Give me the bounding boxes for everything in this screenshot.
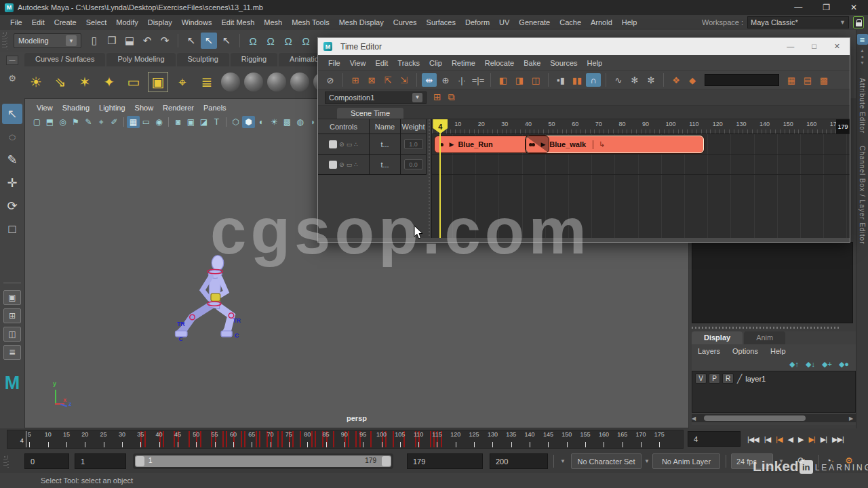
track-checkbox[interactable] (329, 140, 337, 148)
shaded-icon[interactable]: ⬢ (242, 116, 255, 128)
menu-help[interactable]: Help (617, 16, 642, 28)
grid-icon[interactable]: ▦ (127, 116, 140, 128)
play-backwards-button[interactable]: ◀ (785, 435, 795, 444)
paint-select-tool[interactable]: ✎ (2, 150, 22, 170)
camera-attributes-icon[interactable]: ◎ (56, 116, 69, 128)
workspace-select[interactable]: Maya Classic* ▼ (747, 16, 849, 28)
trim-clip-before-icon[interactable]: ◨ (512, 73, 527, 87)
move-layer-down-icon[interactable]: ◆↓ (806, 360, 815, 369)
maximize-button[interactable]: ❐ (823, 3, 830, 12)
select-component-icon[interactable]: ↖ (218, 33, 235, 49)
tab-anim[interactable]: Anim (744, 331, 785, 344)
shelf-tab-sculpting[interactable]: Sculpting (177, 53, 229, 66)
import-animation-icon[interactable]: ⇲ (397, 73, 412, 87)
mute-toggle-icon[interactable]: ⊘ (323, 73, 338, 87)
track-mute-icon[interactable]: ⊘ (339, 141, 344, 148)
viewport-menu-renderer[interactable]: Renderer (158, 102, 199, 114)
track-checkbox[interactable] (329, 161, 337, 169)
add-audio-clip-icon[interactable]: ⊠ (364, 73, 379, 87)
material-sphere-4-icon[interactable] (290, 73, 309, 92)
track-weight-field[interactable]: 1.0 (404, 139, 423, 149)
clip-play-icon[interactable]: ▶ (449, 141, 454, 148)
dope-sheet-panel-icon[interactable]: ▤ (800, 73, 815, 87)
hold-current-frame-icon[interactable]: ▮▮ (570, 73, 585, 87)
snap-to-plane-icon[interactable]: Ω (298, 33, 314, 49)
point-light-icon[interactable]: ✶ (75, 72, 95, 92)
menu-edit-mesh[interactable]: Edit Mesh (216, 16, 259, 28)
tab-attribute-editor[interactable]: Attribute Editor (859, 78, 866, 134)
menu-curves[interactable]: Curves (389, 16, 422, 28)
chevron-down-icon[interactable]: ▼ (560, 458, 566, 464)
playhead-line[interactable] (439, 134, 441, 238)
scrollbar-thumb[interactable] (704, 415, 806, 421)
menu-arnold[interactable]: Arnold (586, 16, 617, 28)
time-slider-strip[interactable]: 5101520253035404550556065707580859095100… (7, 430, 684, 449)
step-back-frame-button[interactable]: |◀ (762, 435, 773, 444)
menu-mesh-tools[interactable]: Mesh Tools (287, 16, 334, 28)
shelf-collapse-button[interactable]: — (6, 56, 18, 65)
undo-icon[interactable]: ↶ (139, 33, 155, 49)
move-tool[interactable]: ✛ (2, 173, 22, 193)
field-chart-icon[interactable]: ▣ (184, 116, 197, 128)
clip-track-row[interactable] (432, 155, 850, 175)
character-mesh[interactable]: TRC TRC (167, 253, 269, 354)
shelf-tab-curves-surfaces[interactable]: Curves / Surfaces (24, 53, 105, 66)
lasso-tool[interactable]: ◌ (2, 127, 22, 147)
layer-reference-toggle[interactable]: R (722, 373, 734, 384)
go-to-end-button[interactable]: ▶▶| (829, 435, 846, 444)
animation-start-field[interactable]: 0 (24, 453, 69, 469)
shelf-tab-rigging[interactable]: Rigging (231, 53, 277, 66)
spot-light-icon[interactable]: ✦ (99, 72, 119, 92)
redo-icon[interactable]: ↷ (157, 33, 173, 49)
close-button[interactable]: ✕ (850, 3, 857, 12)
create-character-icon[interactable]: ✻ (627, 73, 642, 87)
trim-clip-after-icon[interactable]: ◫ (528, 73, 543, 87)
clip-crossfade[interactable] (526, 136, 549, 153)
layer-menu-help[interactable]: Help (764, 346, 792, 357)
move-layer-up-icon[interactable]: ◆↑ (789, 360, 799, 369)
maximize-button[interactable]: □ (812, 42, 816, 51)
menu-surfaces[interactable]: Surfaces (422, 16, 460, 28)
menu-edit[interactable]: Edit (27, 16, 50, 28)
te-menu-view[interactable]: View (345, 57, 371, 69)
safe-action-icon[interactable]: ◪ (197, 116, 210, 128)
shelf-tab-poly-modeling[interactable]: Poly Modeling (106, 53, 175, 66)
layer-visibility-toggle[interactable]: V (695, 373, 707, 384)
clip-track-row[interactable]: ▶Blue_Run▶Blue_walk↳ (432, 134, 850, 155)
material-sphere-3-icon[interactable] (267, 73, 286, 92)
lock-camera-icon[interactable]: ⬒ (43, 116, 56, 128)
open-scene-icon[interactable]: ❒ (104, 33, 120, 49)
snap-to-grid-icon[interactable]: Ω (245, 33, 261, 49)
clip-blue-walk[interactable]: ▶Blue_walk↳ (526, 136, 704, 153)
time-editor-playhead[interactable]: 4 (433, 119, 448, 134)
viewport-menu-panels[interactable]: Panels (199, 102, 231, 114)
2d-pan-zoom-icon[interactable]: ⌖ (95, 116, 108, 128)
menu-generate[interactable]: Generate (514, 16, 555, 28)
step-forward-frame-button[interactable]: ▶| (818, 435, 829, 444)
export-selection-icon[interactable]: ⇱ (380, 73, 395, 87)
safe-title-icon[interactable]: T (210, 116, 223, 128)
te-menu-help[interactable]: Help (583, 57, 608, 69)
scale-tool[interactable]: □ (2, 219, 22, 239)
layers-icon[interactable]: ≣ (857, 34, 868, 45)
step-forward-key-button[interactable]: ▶| (806, 435, 817, 444)
menu-deform[interactable]: Deform (460, 16, 494, 28)
te-menu-sources[interactable]: Sources (545, 57, 582, 69)
te-menu-bake[interactable]: Bake (519, 57, 545, 69)
track-mute-icon[interactable]: ⊘ (339, 161, 344, 168)
use-all-lights-icon[interactable]: ☀ (268, 116, 281, 128)
track-list-scrollbar[interactable] (427, 119, 432, 238)
animation-end-field[interactable]: 200 (490, 453, 548, 469)
scroll-left-icon[interactable]: ◀ (692, 415, 698, 422)
track-name-cell[interactable]: t... (370, 155, 401, 174)
scroll-right-icon[interactable]: ▶ (849, 415, 856, 422)
timeline-ruler[interactable]: 1102030405060708090100110120130140150160… (432, 119, 850, 134)
layer-menu-layers[interactable]: Layers (692, 346, 726, 357)
screen-space-ao-icon[interactable]: ◍ (294, 116, 307, 128)
graph-editor-panel-icon[interactable]: ▦ (784, 73, 799, 87)
chevron-down-icon[interactable]: ▼ (644, 458, 650, 464)
gear-icon[interactable]: ⚙ (8, 73, 16, 83)
menu-display[interactable]: Display (143, 16, 177, 28)
viewport-menu-lighting[interactable]: Lighting (94, 102, 130, 114)
wireframe-icon[interactable]: ⬡ (229, 116, 242, 128)
